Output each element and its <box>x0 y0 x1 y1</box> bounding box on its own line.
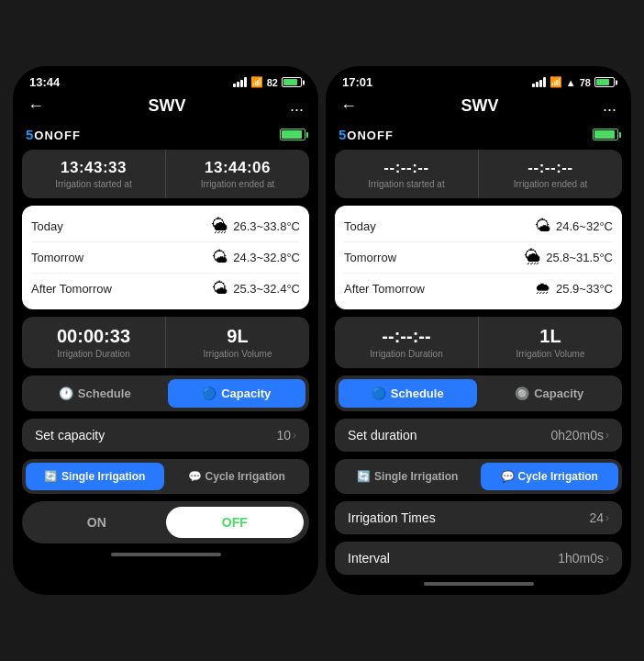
interval-time: 1h0m0s <box>558 551 604 566</box>
irrigation-start-label-right: Irrigation started at <box>346 179 467 189</box>
location-icon-right: ▲ <box>566 77 576 88</box>
phone-right: 17:01 📶 ▲ 78 ← SWV ... <box>326 66 631 595</box>
irrigation-end-left: 13:44:06 Irrigation ended at <box>166 150 309 198</box>
single-icon-left: 🔄 <box>44 470 58 483</box>
weather-day-1-left: Tomorrow <box>31 251 207 264</box>
brand-logo-right: 5ONOFF <box>339 127 394 142</box>
duration-setting-value-right: 0h20m0s › <box>550 428 609 443</box>
status-icons-right: 📶 ▲ 78 <box>532 76 615 88</box>
mode-toggle-right: 🔵 Schedule 🔘 Capacity <box>335 375 622 411</box>
page-title-right: SWV <box>461 96 498 116</box>
schedule-icon-left: 🕐 <box>59 387 73 400</box>
weather-icon-2-left: 🌤 <box>207 279 233 298</box>
capacity-tab-left[interactable]: 🔵 Capacity <box>168 379 306 408</box>
home-indicator-left <box>111 553 221 556</box>
schedule-tab-right[interactable]: 🔵 Schedule <box>339 379 477 408</box>
on-button-left[interactable]: ON <box>28 507 166 538</box>
time-card-left: 13:43:33 Irrigation started at 13:44:06 … <box>22 150 309 198</box>
stats-card-left: 00:00:33 Irrigation Duration 9L Irrigati… <box>22 317 309 368</box>
status-bar-left: 13:44 📶 82 <box>13 66 318 93</box>
duration-value-left: 00:00:33 <box>33 326 154 347</box>
volume-value-left: 9L <box>177 326 298 347</box>
interval-row[interactable]: Interval 1h0m0s › <box>335 542 622 575</box>
status-bar-right: 17:01 📶 ▲ 78 <box>326 66 631 93</box>
duration-chevron-right: › <box>605 429 609 442</box>
home-indicator-right <box>424 582 534 586</box>
irrigation-start-left: 13:43:33 Irrigation started at <box>22 150 166 198</box>
cycle-irrigation-tab-left[interactable]: 💬 Cycle Irrigation <box>168 463 306 490</box>
capacity-setting-label-left: Set capacity <box>35 428 105 443</box>
nav-bar-right: ← SWV ... <box>326 93 631 123</box>
single-irrigation-tab-right[interactable]: 🔄 Single Irrigation <box>339 463 477 490</box>
cycle-irrigation-tab-right[interactable]: 💬 Cycle Irrigation <box>481 463 619 490</box>
cycle-label-left: Cycle Irrigation <box>205 470 285 483</box>
weather-temp-1-right: 25.8~31.5°C <box>546 251 613 264</box>
weather-row-1-right: Tomorrow 🌦 25.8~31.5°C <box>344 242 613 274</box>
brand-logo-left: 5ONOFF <box>26 127 81 142</box>
duration-setting-right[interactable]: Set duration 0h20m0s › <box>335 419 622 452</box>
weather-row-2-right: After Tomorrow 🌧 25.9~33°C <box>344 274 613 304</box>
back-button-left[interactable]: ← <box>28 96 44 116</box>
weather-temp-2-left: 25.3~32.4°C <box>233 282 300 296</box>
weather-row-0-left: Today 🌦 26.3~33.8°C <box>31 211 300 242</box>
weather-temp-1-left: 24.3~32.8°C <box>233 251 300 264</box>
mode-toggle-left: 🕐 Schedule 🔵 Capacity <box>22 375 309 411</box>
irrigation-times-number: 24 <box>589 510 604 525</box>
interval-chevron: › <box>605 552 609 565</box>
weather-icon-2-right: 🌧 <box>530 279 556 298</box>
irrigation-start-value-right: --:--:-- <box>346 159 467 177</box>
stats-card-right: --:--:-- Irrigation Duration 1L Irrigati… <box>335 317 622 368</box>
more-button-right[interactable]: ... <box>603 96 616 116</box>
capacity-setting-value-left: 10 › <box>276 428 296 443</box>
duration-cell-left: 00:00:33 Irrigation Duration <box>22 317 166 368</box>
schedule-icon-right: 🔵 <box>372 387 386 400</box>
weather-day-0-left: Today <box>31 219 207 233</box>
signal-icon-right <box>532 77 546 87</box>
weather-row-0-right: Today 🌤 24.6~32°C <box>344 211 613 242</box>
page-title-left: SWV <box>148 96 185 116</box>
nav-bar-left: ← SWV ... <box>13 93 318 123</box>
time-left: 13:44 <box>29 75 60 89</box>
interval-value: 1h0m0s › <box>558 551 609 566</box>
schedule-label-right: Schedule <box>391 387 444 400</box>
weather-row-2-left: After Tomorrow 🌤 25.3~32.4°C <box>31 274 300 304</box>
back-button-right[interactable]: ← <box>340 96 357 116</box>
volume-label-left: Irrigation Volume <box>177 349 298 359</box>
irrigation-start-value-left: 13:43:33 <box>33 159 154 177</box>
capacity-tab-right[interactable]: 🔘 Capacity <box>481 379 619 408</box>
single-label-right: Single Irrigation <box>374 470 458 483</box>
capacity-label-left: Capacity <box>221 387 271 400</box>
device-battery-right <box>593 129 618 140</box>
capacity-chevron-left: › <box>293 429 296 442</box>
irrigation-times-chevron: › <box>605 511 609 524</box>
irrigation-times-row[interactable]: Irrigation Times 24 › <box>335 501 622 534</box>
time-right: 17:01 <box>342 75 372 89</box>
single-irrigation-tab-left[interactable]: 🔄 Single Irrigation <box>26 463 164 490</box>
duration-setting-label-right: Set duration <box>348 428 417 443</box>
single-icon-right: 🔄 <box>357 470 371 483</box>
cycle-label-right: Cycle Irrigation <box>518 470 598 483</box>
battery-percent-right: 78 <box>580 77 591 88</box>
weather-icon-0-left: 🌦 <box>207 217 233 236</box>
duration-cell-right: --:--:-- Irrigation Duration <box>335 317 479 368</box>
time-card-right: --:--:-- Irrigation started at --:--:-- … <box>335 150 622 198</box>
weather-icon-1-right: 🌦 <box>520 248 546 267</box>
more-button-left[interactable]: ... <box>290 96 304 116</box>
status-icons-left: 📶 82 <box>233 76 302 88</box>
battery-icon-right <box>594 77 615 87</box>
volume-cell-left: 9L Irrigation Volume <box>166 317 309 368</box>
volume-cell-right: 1L Irrigation Volume <box>479 317 622 368</box>
irrigation-end-label-right: Irrigation ended at <box>490 179 611 189</box>
irrigation-times-value: 24 › <box>589 510 609 525</box>
irrigation-toggle-right: 🔄 Single Irrigation 💬 Cycle Irrigation <box>335 459 622 494</box>
duration-label-left: Irrigation Duration <box>33 349 154 359</box>
brand-row-right: 5ONOFF <box>326 123 631 150</box>
weather-icon-1-left: 🌤 <box>207 248 233 267</box>
off-button-left[interactable]: OFF <box>166 507 305 538</box>
signal-icon <box>233 77 247 87</box>
onoff-row-left: ON OFF <box>22 501 309 543</box>
irrigation-toggle-left: 🔄 Single Irrigation 💬 Cycle Irrigation <box>22 459 309 494</box>
schedule-tab-left[interactable]: 🕐 Schedule <box>26 379 164 408</box>
weather-icon-0-right: 🌤 <box>530 217 556 236</box>
capacity-setting-left[interactable]: Set capacity 10 › <box>22 419 309 452</box>
